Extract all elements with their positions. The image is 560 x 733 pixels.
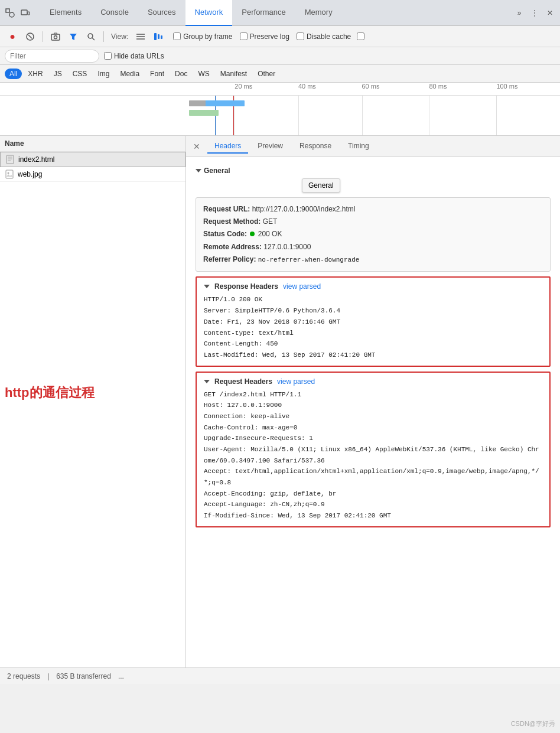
clear-button[interactable] <box>22 29 38 44</box>
disable-cache-label[interactable]: Disable cache <box>307 32 351 41</box>
hide-data-urls-label[interactable]: Hide data URLs <box>114 52 164 60</box>
general-popup-container: General <box>302 178 340 193</box>
tab-bar-right: » ⋮ ✕ <box>514 8 555 18</box>
type-xhr-button[interactable]: XHR <box>23 69 47 79</box>
type-font-button[interactable]: Font <box>145 69 169 79</box>
referrer-policy-row: Referrer Policy: no-referrer-when-downgr… <box>203 254 543 266</box>
request-line-2: Connection: keep-alive <box>204 411 542 422</box>
timeline-ruler: 20 ms 40 ms 60 ms 80 ms 100 ms <box>0 83 560 96</box>
general-title: General <box>204 167 230 175</box>
tab-preview[interactable]: Preview <box>250 139 290 154</box>
close-headers-button[interactable]: ✕ <box>191 141 203 152</box>
more-options-icon[interactable]: ⋮ <box>529 8 540 18</box>
close-devtools-icon[interactable]: ✕ <box>545 8 555 18</box>
requests-count: 2 requests <box>7 672 40 680</box>
tab-response[interactable]: Response <box>292 139 338 154</box>
devtools-icons <box>5 8 31 18</box>
svg-rect-20 <box>6 170 13 178</box>
tab-headers[interactable]: Headers <box>207 139 248 154</box>
type-media-button[interactable]: Media <box>115 69 144 79</box>
request-headers-header: Request Headers view parsed <box>204 377 542 386</box>
general-popup-button[interactable]: General <box>302 178 340 193</box>
response-line-2: Date: Fri, 23 Nov 2018 07:16:46 GMT <box>204 317 542 328</box>
response-line-5: Last-Modified: Wed, 13 Sep 2017 02:41:20… <box>204 350 542 361</box>
status-bar: 2 requests | 635 B transferred ... <box>0 667 560 684</box>
extra-checkbox[interactable] <box>357 32 364 40</box>
type-other-button[interactable]: Other <box>253 69 280 79</box>
file-name-index2html: index2.html <box>18 155 54 164</box>
general-triangle[interactable] <box>196 169 201 172</box>
toolbar-divider-1 <box>43 31 43 42</box>
type-all-button[interactable]: All <box>5 69 22 79</box>
tab-sources[interactable]: Sources <box>138 0 185 26</box>
file-item-index2html[interactable]: index2.html <box>0 152 185 167</box>
filter-icon[interactable] <box>66 29 81 44</box>
svg-point-7 <box>54 35 57 38</box>
record-button[interactable]: ● <box>5 29 20 44</box>
type-doc-button[interactable]: Doc <box>170 69 192 79</box>
status-code-row: Status Code: 200 OK <box>203 229 543 240</box>
response-headers-body: HTTP/1.0 200 OK Server: SimpleHTTP/0.6 P… <box>204 294 542 360</box>
group-by-frame-group: Group by frame <box>173 32 232 41</box>
file-name-webjpg: web.jpg <box>18 170 42 178</box>
svg-point-1 <box>9 12 14 17</box>
filter-input[interactable] <box>5 50 99 63</box>
type-css-button[interactable]: CSS <box>68 69 92 79</box>
request-line-4: Upgrade-Insecure-Requests: 1 <box>204 433 542 444</box>
tab-memory[interactable]: Memory <box>295 0 342 26</box>
type-manifest-button[interactable]: Manifest <box>216 69 252 79</box>
device-toggle-icon[interactable] <box>20 8 31 18</box>
http-annotation: http的通信过程 <box>5 384 95 402</box>
request-line-3: Cache-Control: max-age=0 <box>204 422 542 434</box>
search-icon[interactable] <box>83 29 99 44</box>
filter-bar: Hide data URLs <box>0 47 560 65</box>
group-by-frame-label[interactable]: Group by frame <box>183 32 232 41</box>
response-view-parsed[interactable]: view parsed <box>283 282 321 291</box>
preserve-log-group: Preserve log <box>240 32 289 41</box>
svg-line-9 <box>92 38 95 40</box>
tab-timing[interactable]: Timing <box>341 139 376 154</box>
more-tabs-icon[interactable]: » <box>514 8 525 18</box>
tab-console[interactable]: Console <box>91 0 138 26</box>
request-line-1: Host: 127.0.0.1:9000 <box>204 400 542 411</box>
tab-performance[interactable]: Performance <box>232 0 295 26</box>
waterfall-bar-2 <box>189 110 219 116</box>
response-headers-header: Response Headers view parsed <box>204 282 542 291</box>
request-line-0: GET /index2.html HTTP/1.1 <box>204 389 542 400</box>
type-js-button[interactable]: JS <box>49 69 67 79</box>
preserve-log-checkbox[interactable] <box>240 32 248 40</box>
ruler-60ms: 60 ms <box>362 83 380 90</box>
request-headers-section: Request Headers view parsed GET /index2.… <box>196 372 551 527</box>
ruler-100ms: 100 ms <box>496 83 517 90</box>
preserve-log-label[interactable]: Preserve log <box>250 32 289 41</box>
svg-rect-14 <box>158 34 159 39</box>
waterfall-bar-1 <box>189 100 245 106</box>
file-item-webjpg[interactable]: web.jpg <box>0 167 185 182</box>
type-ws-button[interactable]: WS <box>193 69 214 79</box>
view-list-icon[interactable] <box>133 29 148 44</box>
disable-cache-checkbox[interactable] <box>297 32 304 40</box>
camera-icon[interactable] <box>48 29 63 44</box>
request-line-9: If-Modified-Since: Wed, 13 Sep 2017 02:4… <box>204 510 542 522</box>
request-headers-triangle[interactable] <box>204 380 210 383</box>
group-by-frame-checkbox[interactable] <box>173 32 181 40</box>
view-label: View: <box>111 32 128 41</box>
inspect-icon[interactable] <box>5 8 15 18</box>
tab-network[interactable]: Network <box>185 0 233 26</box>
svg-point-21 <box>8 172 9 174</box>
tab-elements[interactable]: Elements <box>40 0 91 26</box>
hide-data-urls-checkbox[interactable] <box>104 52 112 60</box>
request-line-5: User-Agent: Mozilla/5.0 (X11; Linux x86_… <box>204 444 542 466</box>
image-file-icon <box>5 170 14 179</box>
tab-bar: Elements Console Sources Network Perform… <box>0 0 560 26</box>
type-img-button[interactable]: Img <box>93 69 114 79</box>
svg-rect-16 <box>6 155 14 164</box>
svg-rect-2 <box>21 10 27 15</box>
headers-tabs: ✕ Headers Preview Response Timing <box>186 136 560 157</box>
request-view-parsed[interactable]: view parsed <box>277 377 315 386</box>
response-headers-triangle[interactable] <box>204 285 210 288</box>
svg-line-5 <box>28 35 32 38</box>
view-waterfall-icon[interactable] <box>151 29 166 44</box>
response-line-4: Content-Length: 450 <box>204 338 542 350</box>
timeline-area: 20 ms 40 ms 60 ms 80 ms 100 ms <box>0 83 560 136</box>
